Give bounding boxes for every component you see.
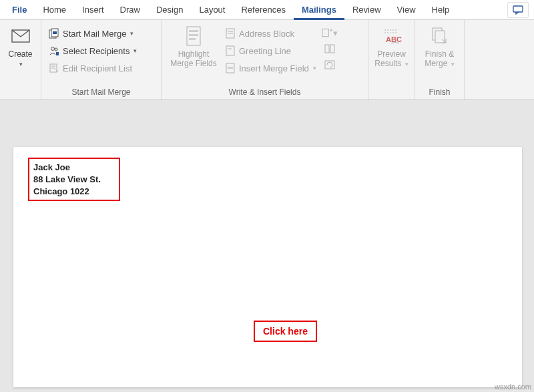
- edit-recipient-list-button[interactable]: Edit Recipient List: [45, 60, 140, 76]
- tab-file[interactable]: File: [4, 0, 35, 20]
- group-write-label: Write & Insert Fields: [166, 86, 364, 100]
- preview-label: Preview Results: [374, 49, 406, 68]
- svg-rect-21: [228, 67, 233, 69]
- chevron-down-icon: ▾: [333, 28, 338, 38]
- svg-point-6: [55, 48, 57, 51]
- svg-rect-13: [189, 34, 198, 36]
- create-envelopes-button[interactable]: Create▾: [4, 23, 37, 71]
- preview-icon: ABC: [381, 25, 403, 47]
- greeting-line-button[interactable]: Greeting Line: [222, 43, 319, 59]
- tab-home[interactable]: Home: [35, 0, 74, 20]
- svg-rect-0: [513, 6, 523, 12]
- edit-recipient-list-label: Edit Recipient List: [63, 63, 132, 73]
- document-area: Jack Joe 88 Lake View St. Chicago 1022 C…: [0, 107, 534, 392]
- rules-column: ▾: [319, 23, 338, 72]
- tab-references[interactable]: References: [233, 0, 293, 20]
- address-block-label: Address Block: [239, 29, 294, 39]
- ribbon: Create▾ Start Mail Merge ▾ Select: [0, 20, 534, 100]
- tab-mailings[interactable]: Mailings: [294, 0, 344, 20]
- return-address-highlight: Jack Joe 88 Lake View St. Chicago 1022: [28, 158, 120, 201]
- start-mail-merge-label: Start Mail Merge: [63, 29, 126, 39]
- svg-rect-12: [189, 30, 198, 32]
- group-finish: Finish & Merge ▾ Finish: [415, 20, 465, 100]
- group-preview: ABC Preview Results ▾: [368, 20, 415, 100]
- menubar-right: [507, 2, 534, 18]
- insert-merge-field-label: Insert Merge Field: [239, 63, 309, 73]
- insert-merge-field-button[interactable]: Insert Merge Field ▾: [222, 60, 319, 76]
- tab-review[interactable]: Review: [344, 0, 389, 20]
- rules-button[interactable]: ▾: [322, 25, 338, 40]
- address-line-1: Jack Joe: [33, 162, 115, 174]
- finish-merge-button[interactable]: Finish & Merge ▾: [419, 23, 460, 71]
- chevron-down-icon: ▾: [313, 65, 316, 71]
- click-here-callout: Click here: [254, 321, 317, 342]
- envelope-icon: [10, 25, 31, 47]
- highlight-merge-fields-button[interactable]: Highlight Merge Fields: [166, 23, 222, 71]
- preview-results-button[interactable]: ABC Preview Results ▾: [372, 23, 411, 71]
- group-write-insert: Highlight Merge Fields Address Block Gre…: [162, 20, 368, 100]
- svg-rect-23: [325, 45, 329, 53]
- select-recipients-button[interactable]: Select Recipients ▾: [45, 43, 140, 59]
- svg-rect-22: [322, 29, 328, 36]
- tab-help[interactable]: Help: [424, 0, 458, 20]
- svg-rect-30: [435, 31, 445, 43]
- svg-rect-7: [56, 52, 59, 55]
- finish-merge-icon: [429, 25, 451, 47]
- watermark: wsxdn.com: [495, 383, 531, 391]
- svg-rect-4: [53, 31, 57, 34]
- highlight-label: Highlight Merge Fields: [167, 49, 220, 69]
- greeting-line-label: Greeting Line: [239, 46, 291, 56]
- recipients-icon: [48, 45, 60, 57]
- tab-draw[interactable]: Draw: [112, 0, 148, 20]
- tab-insert[interactable]: Insert: [74, 0, 112, 20]
- comment-icon: [513, 5, 523, 15]
- create-label: Create: [8, 49, 32, 59]
- address-line-3: Chicago 1022: [33, 186, 115, 198]
- svg-rect-18: [226, 46, 234, 55]
- start-mail-merge-button[interactable]: Start Mail Merge ▾: [45, 25, 140, 41]
- highlight-fields-icon: [183, 25, 204, 47]
- group-start-label: Start Mail Merge: [45, 86, 157, 100]
- rules-icon: [322, 27, 333, 38]
- comments-button[interactable]: [507, 2, 529, 18]
- chevron-down-icon: ▾: [19, 61, 23, 67]
- edit-list-icon: [48, 62, 60, 74]
- tab-layout[interactable]: Layout: [191, 0, 233, 20]
- insert-field-icon: [224, 62, 236, 74]
- select-recipients-label: Select Recipients: [63, 46, 129, 56]
- address-block-icon: [224, 27, 236, 39]
- group-create-label: [4, 95, 37, 100]
- group-start-mail-merge: Start Mail Merge ▾ Select Recipients ▾ E…: [41, 20, 162, 100]
- greeting-line-icon: [224, 45, 236, 57]
- svg-text:ABC: ABC: [386, 35, 402, 43]
- update-labels-icon: [324, 60, 335, 69]
- chevron-down-icon: ▾: [130, 30, 134, 37]
- group-create: Create▾: [0, 20, 41, 100]
- chevron-down-icon: ▾: [134, 47, 137, 54]
- tab-design[interactable]: Design: [148, 0, 191, 20]
- group-finish-label: Finish: [419, 86, 460, 100]
- chevron-down-icon: ▾: [405, 61, 409, 67]
- tab-view[interactable]: View: [389, 0, 424, 20]
- finish-label: Finish & Merge: [425, 49, 454, 68]
- address-block-button[interactable]: Address Block: [222, 25, 319, 41]
- chevron-down-icon: ▾: [451, 61, 455, 67]
- match-fields-icon: [324, 44, 335, 53]
- group-preview-label: [372, 95, 411, 100]
- mail-merge-icon: [48, 27, 60, 39]
- svg-rect-14: [189, 38, 196, 40]
- svg-point-5: [51, 47, 55, 51]
- address-line-2: 88 Lake View St.: [33, 174, 115, 186]
- svg-rect-24: [330, 45, 334, 53]
- menu-bar: File Home Insert Draw Design Layout Refe…: [0, 0, 534, 20]
- envelope-page[interactable]: Jack Joe 88 Lake View St. Chicago 1022 C…: [13, 147, 522, 387]
- match-fields-button[interactable]: [322, 41, 338, 56]
- update-labels-button[interactable]: [322, 57, 338, 72]
